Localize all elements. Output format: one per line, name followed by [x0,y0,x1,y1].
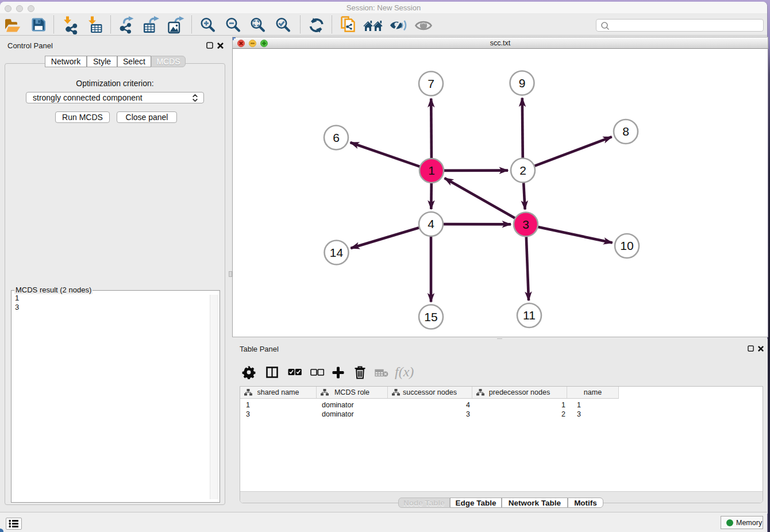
svg-text:6: 6 [333,131,340,144]
svg-text:1: 1 [428,164,435,177]
svg-text:9: 9 [519,76,526,90]
svg-text:8: 8 [622,125,629,138]
svg-text:10: 10 [620,239,633,252]
svg-text:11: 11 [523,309,536,322]
svg-text:7: 7 [428,77,434,90]
svg-text:14: 14 [330,246,344,259]
svg-text:3: 3 [522,218,529,231]
svg-text:2: 2 [519,164,526,177]
svg-text:15: 15 [424,310,437,323]
svg-text:4: 4 [428,217,434,230]
